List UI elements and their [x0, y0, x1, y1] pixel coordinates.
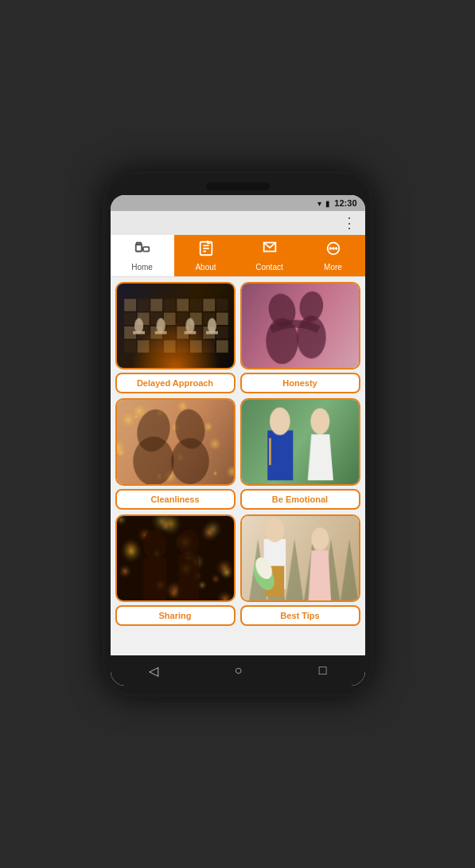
card-image-cleanliness: [115, 398, 236, 486]
card-image-be-emotional: [240, 398, 360, 486]
card-label-sharing: Sharing: [115, 605, 236, 626]
tab-home-label: Home: [131, 263, 153, 272]
tab-more[interactable]: More: [302, 235, 365, 276]
menu-dots-button[interactable]: ⋮: [342, 216, 357, 230]
card-row-3: Sharing Best Tips: [115, 514, 360, 626]
back-button[interactable]: ◁: [149, 663, 158, 678]
wifi-icon: ▾: [317, 199, 321, 208]
about-icon: [197, 240, 215, 261]
card-delayed-approach[interactable]: Delayed Approach: [115, 282, 236, 393]
home-icon: [134, 240, 151, 261]
more-icon: [325, 240, 342, 261]
phone-screen: ▾ ▮ 12:30 ⋮ Home: [111, 195, 365, 686]
card-row-2: Cleanliness Be Emotional: [115, 398, 360, 510]
top-bar: ⋮: [111, 211, 365, 235]
contact-icon: [261, 240, 278, 261]
tab-home[interactable]: Home: [111, 235, 174, 276]
card-row-1: Delayed Approach Honesty: [115, 282, 360, 393]
card-image-sharing: [115, 514, 236, 602]
content-area[interactable]: Delayed Approach Honesty Cleanliness: [111, 277, 365, 655]
card-label-delayed-approach: Delayed Approach: [115, 373, 236, 393]
card-cleanliness[interactable]: Cleanliness: [115, 398, 236, 510]
nav-tabs: Home About: [111, 235, 365, 277]
card-sharing[interactable]: Sharing: [115, 514, 236, 626]
svg-rect-3: [142, 247, 148, 252]
card-image-delayed-approach: [115, 282, 236, 369]
card-label-cleanliness: Cleanliness: [115, 489, 236, 510]
card-honesty[interactable]: Honesty: [240, 282, 360, 393]
svg-point-10: [333, 248, 334, 249]
card-label-honesty: Honesty: [240, 373, 360, 393]
tab-about-label: About: [195, 263, 216, 272]
card-label-best-tips: Best Tips: [240, 605, 360, 626]
card-image-best-tips: [240, 514, 360, 602]
svg-point-11: [335, 248, 337, 249]
card-best-tips[interactable]: Best Tips: [240, 514, 360, 626]
battery-icon: ▮: [325, 199, 330, 208]
status-time: 12:30: [334, 198, 356, 208]
tab-about[interactable]: About: [174, 235, 238, 276]
bottom-nav: ◁ ○ □: [111, 655, 365, 686]
phone-device: ▾ ▮ 12:30 ⋮ Home: [103, 171, 373, 697]
phone-notch: [206, 182, 270, 190]
tab-more-label: More: [324, 263, 342, 272]
svg-point-9: [329, 248, 331, 249]
home-button[interactable]: ○: [235, 663, 243, 678]
card-image-honesty: [240, 282, 360, 369]
tab-contact[interactable]: Contact: [238, 235, 302, 276]
recents-button[interactable]: □: [319, 663, 327, 678]
status-bar: ▾ ▮ 12:30: [111, 195, 365, 211]
card-be-emotional[interactable]: Be Emotional: [240, 398, 360, 510]
card-label-be-emotional: Be Emotional: [240, 489, 360, 510]
tab-contact-label: Contact: [255, 263, 282, 272]
